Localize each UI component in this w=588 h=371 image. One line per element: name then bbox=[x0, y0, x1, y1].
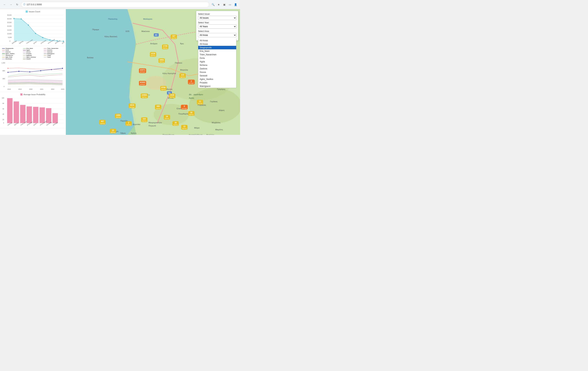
svg-text:0: 0 bbox=[3, 122, 4, 124]
marker-8[interactable]: 8garbage bbox=[181, 105, 188, 110]
marker-123[interactable]: 123lighting bbox=[179, 73, 186, 78]
bookmark-icon[interactable]: ★ bbox=[216, 2, 221, 7]
dropdown-item-agyia[interactable]: Agyia bbox=[198, 60, 236, 63]
marker-10956[interactable]: 10956lighting bbox=[141, 94, 148, 98]
legend-tritaki: Tritaki bbox=[44, 55, 64, 56]
marker-29[interactable]: 29lighting bbox=[172, 121, 179, 126]
svg-text:Γρηγόρης: Γρηγόρης bbox=[217, 88, 225, 90]
dropdown-item-zastova[interactable]: Zastova bbox=[198, 67, 236, 70]
svg-text:Πλατανόβρυση: Πλατανόβρυση bbox=[163, 134, 174, 135]
reload-button[interactable]: ↻ bbox=[15, 2, 20, 7]
svg-text:60: 60 bbox=[2, 108, 4, 110]
select-issue-dropdown[interactable]: All Issues bbox=[198, 16, 236, 20]
svg-rect-65 bbox=[7, 98, 13, 123]
marker-327[interactable]: 327lighting bbox=[171, 34, 177, 39]
profile-icon[interactable]: 👤 bbox=[233, 2, 238, 7]
marker-2b[interactable]: 2lighting bbox=[126, 121, 132, 126]
marker-11b[interactable]: 11lighting bbox=[197, 100, 203, 104]
marker-9760[interactable]: 9760lighting bbox=[160, 86, 167, 91]
marker-1000[interactable]: 1000lighting bbox=[115, 114, 121, 118]
split-icon[interactable]: ▭ bbox=[227, 2, 232, 7]
svg-text:2022: 2022 bbox=[51, 88, 54, 90]
area-chart-title: Issues Count bbox=[29, 10, 40, 13]
dropdown-item-proastio[interactable]: Proastio bbox=[198, 81, 236, 84]
dropdown-item-kria[interactable]: Kria_Itewn bbox=[198, 49, 236, 53]
svg-text:Πετρωτό: Πετρωτό bbox=[148, 125, 156, 127]
marker-467[interactable]: 467lighting bbox=[99, 120, 106, 125]
svg-text:2023: 2023 bbox=[61, 88, 64, 90]
left-panel: Issues Count 35,000 30,000 25,000 20,000… bbox=[0, 9, 66, 135]
marker-28[interactable]: 28lighting bbox=[188, 111, 195, 116]
svg-point-42 bbox=[29, 71, 30, 72]
bar-chart-svg: 100 80 60 40 20 0 bbox=[1, 96, 64, 127]
marker-3634[interactable]: 3634garbage bbox=[129, 104, 136, 108]
forward-button[interactable]: → bbox=[9, 2, 13, 7]
main-content: Issues Count 35,000 30,000 25,000 20,000… bbox=[0, 9, 240, 135]
svg-text:2021: 2021 bbox=[40, 88, 43, 90]
svg-text:EOS: EOS bbox=[126, 30, 129, 32]
legend-kastriti: Kastriti bbox=[23, 58, 43, 60]
legend-eglikada: Eglikada bbox=[23, 55, 43, 56]
back-button[interactable]: ← bbox=[2, 2, 7, 7]
svg-text:A5: A5 bbox=[155, 34, 157, 36]
marker-2[interactable]: 2garbage bbox=[188, 80, 195, 84]
select-issue-label: Select Issue: bbox=[198, 13, 236, 15]
dropdown-item-sichena[interactable]: Sichena bbox=[198, 63, 236, 67]
svg-rect-69 bbox=[33, 107, 39, 123]
dropdown-item-ovria[interactable]: Ovria bbox=[198, 56, 236, 60]
marker-1739[interactable]: 1739lighting bbox=[162, 44, 168, 49]
area-chart-title-bar: Issues Count bbox=[1, 10, 64, 13]
svg-text:Κάτω Βασιλική: Κάτω Βασιλική bbox=[105, 35, 117, 38]
marker-10[interactable]: 10lighting bbox=[110, 129, 116, 133]
svg-text:20: 20 bbox=[2, 119, 4, 120]
marker-1518[interactable]: 1518lighting bbox=[150, 52, 156, 57]
marker-2855[interactable]: 2855lighting bbox=[158, 58, 165, 63]
svg-text:Μαγούλα: Μαγούλα bbox=[180, 69, 188, 71]
svg-point-44 bbox=[51, 69, 52, 70]
select-year-dropdown[interactable]: All Years bbox=[198, 24, 236, 29]
legend-saravali: Saravali bbox=[44, 51, 64, 53]
map-area[interactable]: Πλατανίτης Μολύκρειο Πέραμα Κάτω Βασιλικ… bbox=[66, 9, 240, 135]
svg-point-41 bbox=[19, 71, 19, 72]
dropdown-item-gouva[interactable]: Gouva bbox=[198, 70, 236, 74]
line-chart-legend: Skagiopoulio Kria_Itewn Triwn_Navarchwn … bbox=[1, 47, 65, 60]
svg-text:Βαλύκα: Βαλύκα bbox=[87, 57, 94, 59]
legend-triwn: Triwn_Navarchwn bbox=[44, 48, 64, 49]
bar-chart-title: Average Issue Probability bbox=[23, 93, 45, 96]
svg-point-43 bbox=[40, 70, 41, 71]
marker-24[interactable]: 24lighting bbox=[164, 115, 170, 120]
marker-1830[interactable]: 1830lighting bbox=[169, 94, 175, 98]
svg-point-46 bbox=[8, 68, 9, 69]
dropdown-item-triwn[interactable]: Triwn_Navarchwn bbox=[198, 53, 236, 56]
marker-13[interactable]: 13lighting bbox=[181, 125, 188, 130]
svg-text:parking: parking bbox=[62, 40, 64, 44]
legend-agios-andreas: Agios_Andreas bbox=[23, 56, 43, 58]
svg-text:Πλατανίτης: Πλατανίτης bbox=[108, 18, 117, 20]
search-icon[interactable]: 🔍 bbox=[210, 2, 215, 7]
dropdown-item-agios-vasilios[interactable]: Agios_Vasilios bbox=[198, 77, 236, 81]
legend-sichena: Sichena bbox=[44, 49, 64, 51]
svg-text:1,200: 1,200 bbox=[1, 62, 5, 64]
legend-demenika: Demenika bbox=[2, 58, 22, 60]
svg-text:Μαυρομανδήλα: Μαυρομανδήλα bbox=[148, 121, 162, 124]
marker-344[interactable]: 344lighting bbox=[141, 118, 147, 122]
dropdown-item-all-areas-2[interactable]: All Areas bbox=[198, 42, 236, 46]
legend-gouva: Gouva bbox=[23, 51, 43, 53]
marker-41503[interactable]: 41503garbage bbox=[139, 81, 146, 86]
dropdown-item-saravali[interactable]: Saravali bbox=[198, 74, 236, 77]
extension-icon[interactable]: ▣ bbox=[222, 2, 227, 7]
area-chart-legend-icon bbox=[26, 10, 28, 13]
marker-15471[interactable]: 15471garbage bbox=[139, 68, 146, 73]
legend-skagiopoulio: Skagiopoulio bbox=[2, 48, 22, 49]
svg-text:Γκράικας: Γκράικας bbox=[210, 100, 218, 102]
dropdown-item-skagiopoulio[interactable]: Skagiopoulio bbox=[198, 46, 236, 49]
dropdown-item-all-areas-1[interactable]: All Areas bbox=[198, 39, 236, 42]
svg-point-20 bbox=[42, 37, 43, 38]
select-area-dropdown[interactable]: All Areas bbox=[198, 33, 236, 37]
area-dropdown-list[interactable]: All Areas All Areas Skagiopoulio Kria_It… bbox=[198, 39, 236, 88]
svg-text:2019: 2019 bbox=[18, 88, 22, 90]
svg-text:80: 80 bbox=[2, 102, 4, 104]
marker-995[interactable]: 995lighting bbox=[155, 105, 161, 110]
address-bar[interactable]: ⓘ 127.0.0.1:5000 bbox=[21, 2, 209, 7]
dropdown-item-makrigianni[interactable]: Makrigianni bbox=[198, 84, 236, 88]
